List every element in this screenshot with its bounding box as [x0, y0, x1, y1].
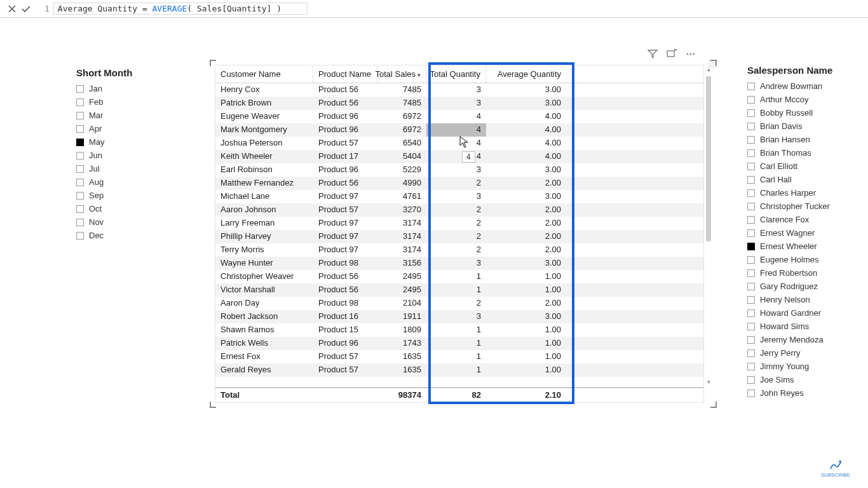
table-row[interactable]: Robert JacksonProduct 16191133.00	[215, 310, 703, 323]
table-row[interactable]: Phillip HarveyProduct 97317422.00	[215, 230, 703, 243]
slicer-item-salesperson[interactable]: Clarence Fox	[747, 213, 862, 226]
slicer-item-label: Howard Sims	[760, 322, 809, 331]
cell-product: Product 98	[313, 257, 378, 270]
scroll-down-arrow[interactable]: ▾	[705, 379, 712, 385]
slicer-item-label: Feb	[89, 97, 103, 107]
slicer-item-salesperson[interactable]: Brian Davis	[747, 119, 862, 133]
slicer-item-label: Howard Gardner	[760, 308, 821, 318]
cell-total-quantity: 1	[426, 337, 486, 350]
table-row[interactable]: Terry MorrisProduct 97317422.00	[215, 243, 703, 257]
slicer-item-salesperson[interactable]: Fred Robertson	[747, 266, 862, 280]
cell-total-quantity: 4	[426, 137, 486, 150]
table-row[interactable]: Victor MarshallProduct 56249511.00	[215, 283, 703, 297]
scroll-thumb[interactable]	[706, 76, 711, 241]
cell-customer: Phillip Harvey	[215, 230, 313, 243]
slicer-item-salesperson[interactable]: Eugene Holmes	[747, 253, 862, 266]
cell-total-sales: 1635	[378, 350, 426, 363]
commit-formula-button[interactable]	[19, 2, 33, 16]
slicer-item-month[interactable]: Aug	[76, 175, 184, 189]
slicer-item-salesperson[interactable]: Jimmy Young	[747, 360, 862, 373]
table-row[interactable]: Keith WheelerProduct 17540444.00	[215, 150, 703, 163]
table-body[interactable]: Henry CoxProduct 56748533.00Patrick Brow…	[215, 83, 703, 387]
slicer-item-salesperson[interactable]: Jeremy Mendoza	[747, 333, 862, 346]
slicer-item-salesperson[interactable]: Arthur Mccoy	[747, 93, 862, 106]
checkbox-icon	[747, 390, 755, 397]
slicer-item-salesperson[interactable]: Ernest Wheeler	[747, 240, 862, 253]
slicer-item-month[interactable]: Jan	[76, 82, 184, 95]
slicer-item-month[interactable]: Sep	[76, 189, 184, 202]
svg-rect-0	[667, 51, 674, 57]
checkbox-icon	[747, 349, 755, 357]
table-row[interactable]: Wayne HunterProduct 98315633.00	[215, 257, 703, 270]
slicer-item-month[interactable]: Feb	[76, 95, 184, 109]
vertical-scrollbar[interactable]: ▴ ▾	[705, 65, 712, 386]
table-row[interactable]: Aaron JohnsonProduct 57327022.00	[215, 203, 703, 217]
slicer-item-salesperson[interactable]: Ernest Wagner	[747, 226, 862, 240]
table-row[interactable]: Mark MontgomeryProduct 96697244.00	[215, 123, 703, 137]
table-row[interactable]: Gerald ReyesProduct 57163511.00	[215, 363, 703, 377]
slicer-item-salesperson[interactable]: Gary Rodriguez	[747, 280, 862, 293]
slicer-item-label: Brian Thomas	[760, 148, 811, 158]
table-row[interactable]: Michael LaneProduct 97476133.00	[215, 190, 703, 203]
slicer-item-month[interactable]: Oct	[76, 202, 184, 215]
slicer-item-salesperson[interactable]: Brian Thomas	[747, 146, 862, 159]
table-visual-frame[interactable]: Customer Name Product Name Total Sales T…	[212, 62, 714, 405]
table-row[interactable]: Patrick WellsProduct 96174311.00	[215, 337, 703, 350]
table-row[interactable]: Henry CoxProduct 56748533.00	[215, 83, 703, 97]
slicer-item-salesperson[interactable]: Charles Harper	[747, 186, 862, 200]
cell-product: Product 56	[313, 177, 378, 190]
slicer-item-salesperson[interactable]: Carl Elliott	[747, 159, 862, 173]
cancel-formula-button[interactable]	[5, 2, 19, 16]
filter-icon[interactable]	[647, 48, 658, 60]
table-row[interactable]: Christopher WeaverProduct 56249511.00	[215, 270, 703, 283]
slicer-item-month[interactable]: Mar	[76, 109, 184, 122]
column-header-total-quantity[interactable]: Total Quantity	[426, 65, 486, 83]
slicer-item-label: Gary Rodriguez	[760, 281, 818, 291]
slicer-item-month[interactable]: Apr	[76, 122, 184, 135]
focus-mode-icon[interactable]	[666, 48, 677, 60]
table-row[interactable]: Earl RobinsonProduct 96522933.00	[215, 163, 703, 177]
slicer-item-salesperson[interactable]: Joe Sims	[747, 373, 862, 386]
resize-handle-br[interactable]	[708, 399, 717, 408]
more-options-icon[interactable]	[685, 48, 696, 60]
slicer-item-label: Jerry Perry	[760, 348, 801, 358]
slicer-item-month[interactable]: Nov	[76, 215, 184, 229]
table-row[interactable]: Joshua PetersonProduct 57654044.00	[215, 137, 703, 150]
column-header-product[interactable]: Product Name	[313, 65, 378, 83]
slicer-item-month[interactable]: Jun	[76, 149, 184, 162]
slicer-item-salesperson[interactable]: Jerry Perry	[747, 346, 862, 360]
slicer-item-salesperson[interactable]: Henry Nelson	[747, 293, 862, 306]
table-row[interactable]: Patrick BrownProduct 56748533.00	[215, 97, 703, 110]
slicer-item-salesperson[interactable]: Howard Sims	[747, 320, 862, 333]
checkbox-icon	[747, 376, 755, 384]
table-row[interactable]: Eugene WeaverProduct 96697244.00	[215, 110, 703, 123]
table-row[interactable]: Larry FreemanProduct 97317422.00	[215, 217, 703, 230]
slicer-item-month[interactable]: Jul	[76, 162, 184, 175]
slicer-item-salesperson[interactable]: Andrew Bowman	[747, 79, 862, 93]
cell-average-quantity: 2.00	[486, 230, 566, 243]
table-row[interactable]: Shawn RamosProduct 15180911.00	[215, 323, 703, 337]
cell-total-quantity: 1	[426, 323, 486, 337]
cell-customer: Robert Jackson	[215, 310, 313, 323]
column-header-customer[interactable]: Customer Name	[215, 65, 313, 83]
cell-product: Product 16	[313, 310, 378, 323]
slicer-item-label: Ernest Wheeler	[760, 241, 817, 251]
slicer-item-salesperson[interactable]: Bobby Russell	[747, 106, 862, 119]
table-row[interactable]: Matthew FernandezProduct 56499022.00	[215, 177, 703, 190]
slicer-item-label: Jeremy Mendoza	[760, 335, 824, 344]
slicer-item-salesperson[interactable]: Howard Gardner	[747, 306, 862, 320]
slicer-item-month[interactable]: Dec	[76, 229, 184, 242]
formula-measure-name: Average Quantity	[58, 4, 137, 13]
slicer-item-salesperson[interactable]: Christopher Tucker	[747, 200, 862, 213]
scroll-up-arrow[interactable]: ▴	[705, 66, 712, 72]
slicer-item-salesperson[interactable]: Carl Hall	[747, 173, 862, 186]
table-row[interactable]: Aaron DayProduct 98210422.00	[215, 297, 703, 310]
column-header-total-sales[interactable]: Total Sales	[378, 65, 426, 83]
cell-total-quantity: 1	[426, 350, 486, 363]
table-row[interactable]: Ernest FoxProduct 57163511.00	[215, 350, 703, 363]
column-header-average-quantity[interactable]: Average Quantity	[486, 65, 566, 83]
slicer-item-salesperson[interactable]: Brian Hansen	[747, 133, 862, 146]
formula-input[interactable]: Average Quantity = AVERAGE( Sales[Quanti…	[53, 3, 308, 15]
slicer-item-month[interactable]: May	[76, 135, 184, 149]
slicer-item-salesperson[interactable]: John Reyes	[747, 386, 862, 400]
